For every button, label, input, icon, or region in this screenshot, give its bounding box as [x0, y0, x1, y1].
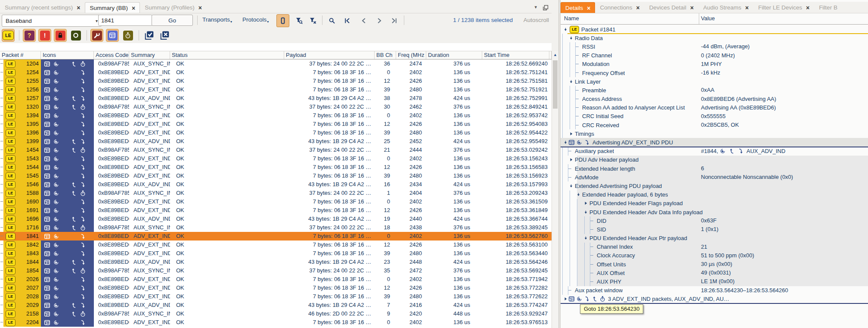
- tab-filter-le-devices[interactable]: Filter LE Devices: [753, 2, 814, 13]
- details-row[interactable]: CRC Received0x2B5CB5, OK: [561, 121, 868, 129]
- le-filter-button[interactable]: LE: [2, 29, 15, 42]
- details-row[interactable]: AUX Offset49 (0x0031): [561, 269, 868, 277]
- table-row[interactable]: LE20260x8E89BED6ADV_EXT_INDOK7 bytes: 06…: [0, 275, 552, 284]
- details-row[interactable]: LEPacket #1841: [561, 25, 868, 34]
- details-row[interactable]: Auxiliary packet#1844,AUX_ADV_IND: [561, 147, 868, 156]
- tab-connections[interactable]: Connections: [595, 2, 644, 13]
- details-row[interactable]: PDU Extended Header Flags payload: [561, 199, 868, 208]
- table-row[interactable]: LE18410x8E89BED6ADV_EXT_INDOK7 bytes: 06…: [0, 232, 552, 241]
- table-row[interactable]: LE13950x8E89BED6ADV_EXT_INDOK7 bytes: 06…: [0, 120, 552, 128]
- details-row[interactable]: Offset Units30 µs (0x00): [561, 260, 868, 269]
- collapse-icon[interactable]: [583, 236, 589, 241]
- table-row[interactable]: LE15880xB98AF785AUX_SYNC_INDOK37 bytes: …: [0, 189, 552, 197]
- table-row[interactable]: LE16900x8E89BED6ADV_EXT_INDOK7 bytes: 06…: [0, 197, 552, 206]
- encrypted-frames-button[interactable]: [54, 29, 67, 42]
- details-row[interactable]: Channel Index21: [561, 243, 868, 251]
- last-item-icon[interactable]: [388, 15, 400, 26]
- close-icon[interactable]: [745, 5, 749, 11]
- column-divider[interactable]: [699, 13, 699, 24]
- close-icon[interactable]: [806, 5, 809, 11]
- table-row[interactable]: LE18540xB98AF785AUX_SYNC_INDOK37 bytes: …: [0, 266, 552, 275]
- close-icon[interactable]: [77, 5, 80, 11]
- details-row[interactable]: RSSI-44 dBm, (Average): [561, 42, 868, 51]
- collapse-icon[interactable]: [575, 192, 581, 197]
- details-row[interactable]: Extended Header length6: [561, 164, 868, 173]
- expand-icon[interactable]: [562, 297, 568, 301]
- expand-icon[interactable]: [583, 201, 589, 206]
- table-row[interactable]: LE20290x8E89BED6AUX_ADV_INDOK43 bytes: 1…: [0, 301, 552, 309]
- column-header-freq-mhz[interactable]: Freq (MHz: [396, 51, 426, 59]
- details-row[interactable]: PDU Adv Header payload: [561, 156, 868, 164]
- close-icon[interactable]: [198, 5, 202, 11]
- collapse-icon[interactable]: [568, 79, 574, 84]
- tab-details[interactable]: Details: [561, 2, 595, 13]
- next-item-icon[interactable]: [374, 15, 385, 26]
- close-icon[interactable]: [690, 5, 694, 11]
- details-row[interactable]: Extended Advertising PDU payload: [561, 181, 868, 190]
- filter-search-icon[interactable]: [294, 15, 305, 26]
- details-row[interactable]: Modulation1M PHY: [561, 60, 868, 69]
- details-row[interactable]: Reason AA added to Analyser Accept ListA…: [561, 103, 868, 112]
- details-row[interactable]: Clock Accuracy51 to 500 ppm (0x00): [561, 251, 868, 260]
- column-header-icons[interactable]: Icons: [41, 51, 94, 59]
- details-row[interactable]: 3 ADV_EXT_IND packets, AUX_ADV_IND, AU…: [561, 295, 868, 303]
- column-header-summary[interactable]: Summary: [129, 51, 170, 59]
- first-item-icon[interactable]: [342, 15, 353, 26]
- column-header-start-time[interactable]: Start Time: [482, 51, 549, 59]
- phone-icon[interactable]: [276, 14, 289, 27]
- table-row[interactable]: LE12560x8E89BED6ADV_EXT_INDOK7 bytes: 06…: [0, 85, 552, 94]
- tab-summary-profiles-[interactable]: Summary (Profiles): [140, 2, 207, 13]
- scrollbar-thumb[interactable]: [553, 60, 558, 109]
- details-row[interactable]: Aux packet window18:26:53.564230–18:26:5…: [561, 286, 868, 295]
- collapse-icon[interactable]: [568, 36, 574, 41]
- tab-audio-streams[interactable]: Audio Streams: [698, 2, 753, 13]
- details-row[interactable]: SID1 (0x1): [561, 225, 868, 234]
- details-row[interactable]: PDU Extended Header Aux Ptr payload: [561, 234, 868, 243]
- tab-summary-bb-[interactable]: Summary (BB): [85, 2, 140, 13]
- autoscroll-label[interactable]: Autoscroll: [524, 17, 549, 23]
- table-row[interactable]: LE18430x8E89BED6ADV_EXT_INDOK7 bytes: 06…: [0, 249, 552, 258]
- details-row[interactable]: DID0x63F: [561, 216, 868, 225]
- column-header-status[interactable]: Status: [170, 51, 284, 59]
- table-row[interactable]: LE15450x8E89BED6ADV_EXT_INDOK7 bytes: 06…: [0, 172, 552, 180]
- column-header-duration[interactable]: Duration: [426, 51, 482, 59]
- collapse-icon[interactable]: [562, 27, 568, 32]
- layer-select-dropdown[interactable]: Baseband ▾: [2, 15, 102, 27]
- summary-view-button[interactable]: [106, 29, 119, 42]
- table-row[interactable]: LE18440x8E89BED6AUX_ADV_INDOK43 bytes: 1…: [0, 258, 552, 266]
- tab-summary-recent-settings-[interactable]: Summary (recent settings): [0, 2, 85, 13]
- deselect-all-button[interactable]: [158, 29, 171, 42]
- scroll-up-icon[interactable]: ▲: [552, 51, 558, 59]
- table-row[interactable]: LE21580xB98AF785AUX_SYNC_INDOK46 bytes: …: [0, 309, 552, 318]
- details-row[interactable]: PDU Extended Header Adv Data Info payloa…: [561, 208, 868, 216]
- tab-filter-b[interactable]: Filter B: [814, 2, 842, 13]
- table-row[interactable]: LE13200xB98AF785AUX_SYNC_INDOK37 bytes: …: [0, 103, 552, 111]
- table-row[interactable]: LE15440x8E89BED6ADV_EXT_INDOK7 bytes: 06…: [0, 163, 552, 172]
- details-row[interactable]: CRC Initial Seed0x555555: [561, 112, 868, 121]
- close-icon[interactable]: [636, 5, 640, 11]
- details-row[interactable]: Link Layer: [561, 77, 868, 86]
- close-icon[interactable]: [132, 5, 135, 11]
- column-header-payload[interactable]: Payload: [284, 51, 375, 59]
- search-icon[interactable]: [326, 15, 338, 26]
- select-all-button[interactable]: [143, 29, 155, 42]
- column-header-packet-[interactable]: Packet #: [0, 51, 41, 59]
- table-row[interactable]: LE22040x8E89BED6ADV_EXT_INDOK7 bytes: 06…: [0, 318, 552, 327]
- collapse-icon[interactable]: [583, 210, 589, 215]
- circle-filter-button[interactable]: [69, 29, 82, 42]
- tab-list-caret-icon[interactable]: ▾: [534, 4, 537, 11]
- details-row[interactable]: Timings: [561, 129, 868, 138]
- window-restore-icon[interactable]: [542, 4, 549, 11]
- unknown-frames-button[interactable]: ?: [23, 29, 36, 42]
- go-button[interactable]: Go: [152, 15, 193, 26]
- table-row[interactable]: LE18420x8E89BED6ADV_EXT_INDOK7 bytes: 06…: [0, 241, 552, 249]
- details-row[interactable]: Preamble0xAA: [561, 86, 868, 94]
- details-row[interactable]: Advertising ADV_EXT_IND PDU: [561, 138, 868, 147]
- table-row[interactable]: LE12040xB98AF785AUX_SYNC_INDOK37 bytes: …: [0, 59, 552, 68]
- table-row[interactable]: LE15430x8E89BED6ADV_EXT_INDOK7 bytes: 06…: [0, 154, 552, 163]
- table-row[interactable]: LE14540xB98AF785AUX_SYNC_INDOK37 bytes: …: [0, 146, 552, 154]
- vertical-scrollbar[interactable]: ▲: [552, 51, 558, 328]
- table-row[interactable]: LE12540x8E89BED6ADV_EXT_INDOK7 bytes: 06…: [0, 68, 552, 77]
- expand-icon[interactable]: [568, 131, 574, 136]
- details-row[interactable]: AUX PHYLE 1M (0x00): [561, 277, 868, 286]
